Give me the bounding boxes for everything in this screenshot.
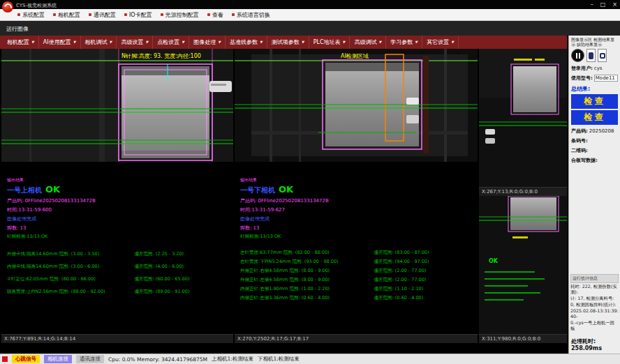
menu-bullet-icon: [207, 13, 210, 16]
camera-name: 一号下相机: [240, 185, 275, 195]
toolbar-item-label: 学习参数: [390, 36, 413, 49]
chevron-down-icon: ▼: [451, 36, 454, 49]
minimize-button[interactable]: –: [591, 1, 593, 8]
deviation-range: 偏差范围: (94.00 - 97.00): [374, 259, 475, 265]
measurement-value: ②针定位:62.05mm 范围: (60.00 - 66.00): [7, 276, 134, 282]
pin-count-line: 脚数: 13: [240, 225, 475, 232]
maximize-button[interactable]: □: [600, 1, 606, 8]
process-done-line: 图像处理完成: [7, 215, 230, 222]
toolbar-item-learn-params[interactable]: 学习参数▼: [386, 36, 422, 49]
menu-item-comm-config[interactable]: 通讯配置: [89, 11, 116, 19]
close-button[interactable]: ×: [612, 1, 617, 8]
menu-item-system-config[interactable]: 系统配置: [17, 11, 45, 19]
toolbar-item-camera-debug[interactable]: 相机调试▼: [81, 36, 117, 49]
result-tag: 输出结果: [7, 177, 230, 183]
upper-camera-image[interactable]: N针脚:高度: 93. 宽度:内径:100: [1, 49, 233, 162]
product-code-line: 产品码: 0FFline2025020813313472B: [240, 197, 475, 204]
pixel-coordinate-readout: X:270;Y:2502;R:17;G:17;B:17: [235, 334, 478, 343]
menu-item-view[interactable]: 查看: [207, 11, 223, 19]
pause-icon: [576, 53, 577, 59]
lower-camera-image[interactable]: AI检测区域: [235, 49, 478, 162]
aux-views-column: X:267;Y:13;R:0;G:0;B:0 OK X:3: [479, 49, 567, 343]
control-buttons: [571, 49, 618, 62]
measurement-value: 左针宽度:63.77mm 范围: (82.00 - 88.00): [240, 250, 374, 256]
toolbar-item-test-params[interactable]: 测试项参数▼: [267, 36, 309, 49]
login-user-value: cys: [594, 66, 603, 71]
lock-button[interactable]: [598, 49, 607, 62]
time-line: 时间:13-31-59-627: [240, 206, 475, 213]
toolbar-item-label: 高级设置: [121, 36, 143, 49]
deviation-range: 偏差范围: (2.00 - 77.00): [374, 277, 475, 283]
menu-item-label: 光源控制配置: [165, 11, 199, 19]
statistics-header: 运行统计信息: [570, 274, 619, 283]
comm-connection-badge: 通讯连接: [76, 355, 104, 363]
window-controls: – □ ×: [591, 0, 617, 9]
menu-bullet-icon: [53, 13, 56, 16]
measurement-value: 外侧卡线:隔离14.60mm 范围: (3.00 - 3.50): [7, 251, 134, 257]
toolbar-item-ai-config[interactable]: AI使用配置▼: [39, 36, 81, 49]
measurement-value: 外侧正针:左侧4.58mm 范围: (8.00 - 9.00): [240, 277, 374, 283]
pixel-coordinate-readout: X:267;Y:13;R:0;G:0;B:0: [479, 187, 567, 196]
result-indicator-2: 检查: [571, 110, 618, 125]
menu-bullet-icon: [232, 13, 235, 16]
menu-item-language[interactable]: 系统语言切换: [232, 11, 270, 19]
chevron-down-icon: ▼: [260, 36, 263, 49]
heartbeat-indicator-icon: [2, 356, 8, 362]
aux-bottom-image[interactable]: OK: [479, 196, 567, 334]
menu-bullet-icon: [17, 13, 20, 16]
tab-bar: 运行图像: [0, 21, 620, 36]
pin-count-line: 脚数: 13: [7, 225, 230, 232]
toolbar-item-camera-config[interactable]: 相机配置▼: [3, 36, 39, 49]
result-tag: 输出结果: [240, 177, 475, 183]
deviation-range: 偏差范围: (0.60 - 4.00): [374, 295, 475, 301]
product-code-value: 20250208: [589, 128, 614, 134]
measurement-row: 外侧正针:右侧4.58mm 范围: (8.00 - 9.00)偏差范围: (2.…: [240, 268, 475, 274]
measurement-row: 右针宽度:下PIN5.24mm 范围: (93.00 - 98.00)偏差范围:…: [240, 259, 475, 265]
lower-camera-status: 下相机1:检测结束: [258, 356, 300, 363]
toolbar-item-baseline-params[interactable]: 基准线参数▼: [226, 36, 267, 49]
statistics-line: 0, 检测固板排料(统计):: [570, 302, 619, 308]
model-select[interactable]: Mode11: [594, 75, 618, 82]
toolbar-item-image-process[interactable]: 图像处理▼: [189, 36, 226, 49]
menu-item-camera-config[interactable]: 相机配置: [53, 11, 80, 19]
menu-bullet-icon: [89, 13, 91, 16]
measurement-row: 内侧卡线:隔离14.60mm 范围: (3.00 - 6.00)偏差范围: (4…: [7, 264, 230, 270]
tab-run-image[interactable]: 运行图像: [3, 24, 31, 33]
snapshot-button[interactable]: [586, 49, 596, 62]
menu-item-io-config[interactable]: IO卡配置: [124, 11, 152, 19]
time-line: 时间:13-31-59-600: [7, 206, 230, 213]
deviation-range: 偏差范围: (2.00 - 77.00): [374, 268, 475, 274]
toolbar-item-plc-table[interactable]: PLC地址表▼: [309, 36, 350, 49]
menu-item-light-config[interactable]: 光源控制配置: [161, 11, 199, 19]
statistics-line: 耗时: 222, 检测份数(实测):: [570, 284, 619, 295]
menu-bullet-icon: [161, 13, 163, 16]
measurement-list: 左针宽度:63.77mm 范围: (82.00 - 88.00)偏差范围: (8…: [240, 250, 475, 301]
measurement-value: 隔离宽度:上PIN2.56mm 范围: (88.00 - 92.00): [7, 289, 134, 295]
aux-top-image[interactable]: [479, 49, 567, 187]
result-indicator-1: 检查: [571, 94, 618, 109]
chevron-down-icon: ▼: [415, 36, 418, 49]
measurement-row: 隔离宽度:上PIN2.56mm 范围: (88.00 - 92.00)偏差范围:…: [7, 289, 230, 295]
ok-status: OK: [279, 184, 293, 195]
chevron-down-icon: ▼: [110, 36, 112, 49]
toolbar-item-spot-check[interactable]: 点检设置▼: [153, 36, 189, 49]
measurement-value: 内侧正针:右侧1.90mm 范围: (1.00 - 2.20): [240, 286, 374, 292]
statistics-line: 2025.02.08-13:31:39:40-: [570, 308, 619, 319]
toolbar-item-label: 其它设置: [427, 36, 449, 49]
model-label: 使用型号:: [571, 75, 593, 82]
menu-bullet-icon: [124, 13, 127, 16]
toolbar-item-advanced-debug[interactable]: 高级调试▼: [350, 36, 386, 49]
toolbar-item-label: 相机调试: [85, 36, 108, 49]
app-logo-icon: [2, 1, 13, 13]
toolbar-item-label: 测试项参数: [272, 36, 300, 49]
measurement-row: 外侧正针:左侧4.58mm 范围: (8.00 - 9.00)偏差范围: (2.…: [240, 277, 475, 283]
display-options[interactable]: 图像显示区 检测结果显示 缺陷结果显示: [571, 37, 618, 47]
toolbar-item-label: PLC地址表: [313, 36, 341, 49]
camera-connection-badge: 相机连接: [44, 355, 72, 363]
statistics-line: 0.-cys一号上相机一固板: [570, 320, 619, 331]
pause-button[interactable]: [571, 49, 584, 62]
upper-result-text: 输出结果 一号上相机 OK 产品码: 0FFline20250208133134…: [1, 162, 233, 334]
pixel-coordinate-readout: X:311;Y:980;R:0;G:0;B:0: [479, 334, 567, 343]
toolbar-item-other-settings[interactable]: 其它设置▼: [422, 36, 459, 49]
toolbar-item-advanced-settings[interactable]: 高级设置▼: [117, 36, 153, 49]
